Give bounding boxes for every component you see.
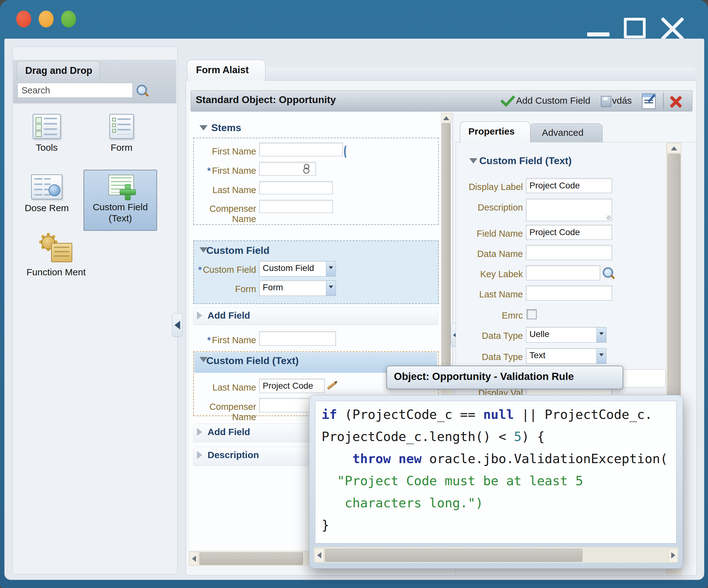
add-custom-field-button[interactable]: Add Custom Field [516,95,590,106]
field-label: Compenser Name [189,204,256,224]
clipped-search-icon [344,144,351,159]
data-name-input[interactable] [526,245,612,260]
field-label: Key Labek [442,269,523,279]
field-label: Last Name [442,289,523,300]
scroll-up-button[interactable] [667,143,681,153]
chevron-down-icon[interactable] [326,261,335,276]
scrollbar-thumb[interactable] [200,553,303,565]
drag-and-drop-tab[interactable]: Drag and Drop [17,61,100,81]
text-input[interactable] [259,200,333,213]
save-button[interactable]: vdás [612,95,632,106]
popup-horizontal-scrollbar[interactable] [314,547,678,563]
close-button[interactable] [660,16,685,41]
maximize-button[interactable] [624,18,646,38]
traffic-light-red-icon[interactable] [16,10,31,27]
field-label: *First Name [189,335,256,345]
toolbar-separator [663,93,664,109]
palette-item-custom-field-text[interactable]: Custom Field (Text) [84,170,157,231]
collapsed-icon[interactable] [197,428,202,436]
code-text: if (ProjectCode_c == null || ProjectCode… [322,404,674,536]
dropdown-value: Custom Field [260,261,326,276]
field-name-input[interactable] [526,225,612,240]
field-label: Field Name [442,228,523,239]
scrollbar-thumb[interactable] [668,154,681,396]
edit-document-icon[interactable] [642,93,656,109]
tools-icon [33,114,61,139]
chevron-down-icon[interactable] [596,327,606,342]
palette-item-dose-rem[interactable]: Dose Rem [19,175,75,214]
last-name-input[interactable] [526,286,612,301]
section-title-custom-field[interactable]: Custom Field [206,245,270,256]
dropdown-value: Uelle [526,327,596,342]
section-title-custom-field-text[interactable]: Custom Field (Text) [206,355,298,367]
scroll-up-button[interactable] [441,113,451,123]
lookup-search-icon[interactable] [602,267,615,279]
dropdown[interactable]: Custom Field [259,261,336,277]
data-type-dropdown[interactable]: Text [526,348,607,364]
palette-item-label: Dose Rem [25,203,69,214]
tab-form-alaist[interactable]: Form Alaist [187,60,266,81]
field-label: *First Name [189,166,256,176]
tab-advanced[interactable]: Advanced [530,123,603,143]
scrollbar-thumb[interactable] [325,549,583,562]
scroll-right-button[interactable] [669,548,678,562]
scroll-left-button[interactable] [315,548,324,562]
function-icon [37,232,75,264]
field-label: *Custom Field [189,265,256,275]
search-icon[interactable] [136,84,148,97]
section-title-add-field[interactable]: Add Field [208,427,250,437]
collapsed-icon[interactable] [197,451,202,459]
palette-item-form[interactable]: Form [93,114,150,153]
chevron-down-icon[interactable] [596,348,606,364]
validation-rule-popup: if (ProjectCode_c == null || ProjectCode… [309,395,683,569]
dropdown-value: Text [526,348,596,364]
object-title: Standard Object: Opportunity [196,94,336,105]
sidebar-splitter-handle[interactable] [172,313,183,337]
field-label: Emrc [442,310,523,321]
section-title-add-field[interactable]: Add Field [208,310,250,321]
custom-field-text-icon [105,175,135,199]
scroll-left-button[interactable] [189,552,198,565]
tab-strip [264,67,696,81]
minimize-button[interactable] [587,32,610,36]
tab-label: Properties [468,126,514,137]
field-label: Display Label [442,182,523,192]
display-label-input[interactable] [526,178,612,193]
report-icon [31,175,62,199]
expand-icon[interactable] [200,125,208,130]
field-label: Description [442,203,523,213]
chevron-down-icon[interactable] [326,281,335,296]
code-editor[interactable]: if (ProjectCode_c == null || ProjectCode… [315,401,677,544]
search-input[interactable] [18,83,133,98]
text-input[interactable] [259,143,343,156]
app-window: Drag and Drop Tools Form Dose Rem [0,0,708,588]
text-input[interactable] [259,181,333,194]
properties-section-title[interactable]: Custom Field (Text) [479,155,571,166]
palette-item-label: Custom Field (Text) [88,202,153,224]
section-title-description[interactable]: Description [208,450,259,460]
section-title-stems[interactable]: Stems [211,122,241,134]
palette-item-function-ment[interactable]: Function Ment [19,232,93,278]
traffic-light-orange-icon[interactable] [39,10,54,27]
field-label: Last Name [189,185,256,195]
field-label: First Name [189,146,256,157]
field-label: Last Name [189,382,256,393]
traffic-light-green-icon[interactable] [61,10,76,27]
resize-grip[interactable] [607,216,611,220]
dropdown-value: Form [260,281,326,296]
drag-and-drop-title: Drag and Drop [25,65,92,76]
close-object-button[interactable] [669,95,683,109]
key-label-input[interactable] [526,265,600,280]
emrc-checkbox[interactable] [527,309,537,319]
palette-item-tools[interactable]: Tools [19,114,75,153]
description-textarea[interactable] [526,199,612,221]
field-label: Compenser Name [189,402,256,422]
data-type-dropdown[interactable]: Uelle [526,327,607,343]
tab-label: Advanced [542,127,583,138]
text-input[interactable] [259,379,325,393]
text-input[interactable] [259,331,336,346]
expand-icon[interactable] [469,158,477,163]
tab-properties[interactable]: Properties [460,121,530,143]
collapsed-icon[interactable] [197,311,202,319]
dropdown[interactable]: Form [259,280,336,296]
